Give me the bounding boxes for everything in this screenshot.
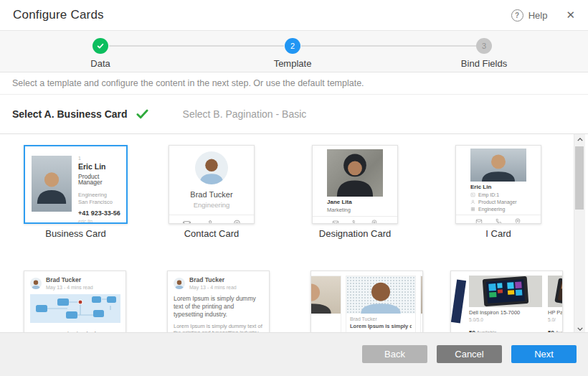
chevron-down-icon bbox=[577, 327, 583, 331]
phone-icon bbox=[207, 220, 217, 224]
profile-text: text of the bbox=[310, 324, 337, 329]
help-icon: ? bbox=[511, 9, 523, 22]
blog-preview: Brad Tucker May 13 - 4 mins read Lorem I… bbox=[168, 271, 269, 334]
preview-name: Eric Lin bbox=[470, 184, 526, 190]
mail-icon bbox=[475, 218, 483, 224]
business-card-info: 1 Eric Lin Product Manager Engineering S… bbox=[78, 156, 122, 224]
product-carousel: Dell Inspiron 15-7000 5.0/5.0 50 Availab… bbox=[451, 271, 562, 334]
contact-card-preview: Brad Tucker Engineering bbox=[169, 146, 254, 224]
role-row: Product Manager bbox=[470, 199, 526, 205]
tab-select-b-pagination-basic[interactable]: Select B. Pagination - Basic bbox=[183, 108, 307, 120]
next-button[interactable]: Next bbox=[511, 345, 577, 363]
preview-role: Product Manager bbox=[78, 174, 122, 186]
product-item-partial: HP Pavi 5.0/ 50 Avail Lorem Ips bbox=[548, 276, 563, 334]
post-heading: Lorem Ipsum is simply dummy text of the … bbox=[174, 295, 263, 319]
template-contact-card[interactable]: Brad Tucker Engineering bbox=[169, 145, 255, 224]
template-i-card[interactable]: Eric Lin Emp ID:1 Product Manager Engine… bbox=[455, 145, 541, 224]
preview-role: Product Manager bbox=[478, 199, 517, 205]
grid-icon bbox=[470, 207, 475, 212]
template-business-card[interactable]: 1 Eric Lin Product Manager Engineering S… bbox=[24, 145, 128, 224]
template-blog-image-card[interactable]: Brad Tucker May 13 - 4 mins read bbox=[24, 271, 126, 334]
template-designation-card[interactable]: Jane Lita Marketing bbox=[312, 145, 398, 224]
designation-card-preview: Jane Lita Marketing bbox=[313, 149, 397, 224]
profile-title: Lorem Ipsum is simply dummy bbox=[350, 324, 412, 329]
laptop-photo bbox=[469, 276, 542, 307]
template-blog-text-card[interactable]: Brad Tucker May 13 - 4 mins read Lorem I… bbox=[167, 271, 270, 334]
location-pin-icon bbox=[514, 218, 521, 224]
instruction-text: Select a template and configure the cont… bbox=[0, 72, 588, 95]
cancel-button[interactable]: Cancel bbox=[437, 345, 502, 363]
tab-select-a-business-card[interactable]: Select A. Business Card bbox=[12, 108, 148, 120]
laptop-photo-partial bbox=[548, 276, 563, 307]
phone-icon bbox=[351, 220, 359, 225]
brad-tucker-avatar bbox=[30, 278, 42, 289]
preview-dept: Engineering bbox=[478, 207, 505, 212]
page-title: Configure Cards bbox=[13, 8, 104, 22]
profile-photo bbox=[346, 276, 415, 314]
profile-item: Chris Madison Lorem Ipsum is a Lorem Ips… bbox=[420, 276, 423, 334]
i-card-preview: Eric Lin Emp ID:1 Product Manager Engine… bbox=[456, 149, 541, 224]
preview-emp-id: Emp ID:1 bbox=[478, 192, 499, 197]
help-label: Help bbox=[528, 10, 548, 21]
product-item: Dell Inspiron 15-7000 5.0/5.0 50 Availab… bbox=[469, 276, 542, 334]
scrollbar-thumb[interactable] bbox=[575, 146, 584, 210]
template-label-contact-card: Contact Card bbox=[161, 228, 262, 239]
contact-actions bbox=[313, 217, 397, 225]
location-pin-icon bbox=[371, 220, 378, 225]
step-number-badge: 2 bbox=[285, 38, 300, 54]
preview-index: 1 bbox=[78, 156, 122, 161]
template-tabs: Select A. Business Card Select B. Pagina… bbox=[0, 95, 588, 134]
scroll-up-button[interactable] bbox=[574, 134, 585, 145]
brad-tucker-avatar bbox=[174, 278, 185, 289]
step-label: Template bbox=[250, 58, 336, 69]
help-button[interactable]: ? Help bbox=[511, 9, 548, 22]
preview-name: Jane Lita bbox=[327, 199, 383, 205]
gallery-scrollbar[interactable] bbox=[574, 134, 585, 334]
author-name: Brad Tucker bbox=[46, 277, 93, 283]
mail-icon bbox=[332, 220, 339, 225]
template-label-business-card: Business Card bbox=[16, 228, 135, 239]
preview-email: eric.lin bbox=[78, 219, 122, 224]
profile-photo bbox=[421, 276, 423, 314]
preview-dept: Engineering bbox=[169, 201, 254, 209]
blog-header: Brad Tucker May 13 - 4 mins read bbox=[174, 277, 263, 290]
step-template[interactable]: 2 Template bbox=[250, 38, 336, 69]
preview-dept: Marketing bbox=[327, 207, 383, 213]
flowchart-image bbox=[30, 294, 120, 323]
profile-photo bbox=[310, 276, 341, 314]
eric-lin-photo bbox=[470, 149, 526, 182]
location-pin-icon bbox=[232, 220, 242, 224]
step-number-badge: 3 bbox=[476, 38, 492, 54]
person-icon bbox=[470, 199, 475, 205]
template-label-i-card: I Card bbox=[448, 228, 549, 239]
product-rating: 5.0/ bbox=[548, 318, 563, 323]
preview-name: Brad Tucker bbox=[169, 190, 254, 199]
close-icon[interactable]: ✕ bbox=[566, 9, 575, 22]
product-rating: 5.0/5.0 bbox=[469, 318, 542, 323]
product-photo-partial bbox=[451, 279, 466, 323]
profile-title: dummy bbox=[310, 316, 337, 322]
step-bind-fields[interactable]: 3 Bind Fields bbox=[441, 38, 527, 69]
business-card-preview: 1 Eric Lin Product Manager Engineering S… bbox=[25, 146, 126, 224]
jane-lita-photo bbox=[327, 149, 383, 197]
tab-selected-check-icon bbox=[136, 109, 148, 119]
template-profile-carousel-card[interactable]: dummy text of the Brad Tucker Lorem Ipsu… bbox=[310, 271, 423, 334]
eric-lin-photo bbox=[32, 156, 72, 212]
mail-icon bbox=[182, 220, 191, 224]
dept-row: Engineering bbox=[470, 207, 526, 212]
product-name: Dell Inspiron 15-7000 bbox=[469, 310, 542, 316]
preview-name: Eric Lin bbox=[78, 163, 122, 171]
profile-item: Brad Tucker Lorem Ipsum is simply dummy … bbox=[346, 276, 416, 334]
blog-header: Brad Tucker May 13 - 4 mins read bbox=[30, 277, 120, 290]
tab-a-label: Select A. Business Card bbox=[12, 108, 128, 120]
preview-city: San Francisco bbox=[78, 199, 122, 205]
template-gallery: 1 Eric Lin Product Manager Engineering S… bbox=[0, 134, 588, 334]
wizard-stepper: Data 2 Template 3 Bind Fields bbox=[0, 31, 588, 72]
step-done-check-icon bbox=[93, 38, 108, 54]
phone-icon bbox=[495, 218, 502, 224]
back-button[interactable]: Back bbox=[362, 345, 427, 363]
step-data[interactable]: Data bbox=[57, 38, 143, 69]
i-card-info: Eric Lin Emp ID:1 Product Manager Engine… bbox=[470, 184, 526, 212]
template-product-carousel-card[interactable]: Dell Inspiron 15-7000 5.0/5.0 50 Availab… bbox=[450, 271, 563, 334]
product-name: HP Pavi bbox=[548, 310, 563, 316]
